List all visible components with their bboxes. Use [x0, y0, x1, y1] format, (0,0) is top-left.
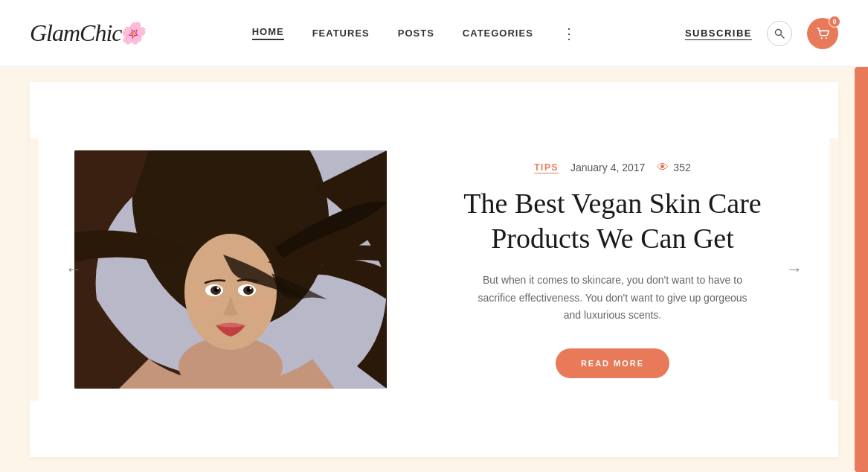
hero-meta: TIPS January 4, 2017 👁 352 — [534, 161, 690, 174]
next-slide-button[interactable]: → — [786, 260, 803, 279]
hero-portrait-svg — [74, 150, 387, 389]
cart-button[interactable]: 0 — [807, 18, 838, 49]
cart-icon — [816, 27, 829, 40]
site-logo[interactable]: GlamChic🌸 — [30, 19, 144, 47]
nav-more-icon[interactable]: ⋮ — [562, 25, 577, 42]
logo-text: Glam — [30, 19, 80, 47]
svg-line-1 — [781, 35, 784, 38]
hero-image-wrapper — [74, 150, 387, 389]
left-accent-bar — [30, 138, 39, 401]
subscribe-button[interactable]: SUBSCRIBE — [685, 28, 752, 39]
svg-point-3 — [826, 37, 827, 39]
hero-views: 👁 352 — [657, 161, 690, 174]
svg-point-15 — [217, 287, 219, 290]
cart-badge: 0 — [829, 16, 840, 28]
hero-card: ← — [30, 82, 838, 457]
svg-point-2 — [821, 37, 823, 39]
right-accent-bar — [855, 67, 868, 472]
svg-point-0 — [776, 29, 782, 35]
svg-point-17 — [191, 299, 213, 311]
prev-slide-button[interactable]: ← — [65, 260, 82, 279]
hero-date: January 4, 2017 — [570, 162, 645, 173]
hero-excerpt: But when it comes to skincare, you don't… — [472, 272, 754, 325]
nav-item-posts[interactable]: POSTS — [398, 28, 434, 39]
search-button[interactable] — [767, 21, 792, 46]
read-more-button[interactable]: READ MORE — [556, 348, 669, 378]
search-icon — [774, 28, 785, 39]
right-inner-accent-bar — [829, 138, 838, 401]
hero-view-count: 352 — [673, 162, 690, 173]
svg-point-16 — [250, 287, 252, 290]
logo-chic: Chic — [80, 19, 121, 47]
hero-title: The Best Vegan Skin Care Products We Can… — [449, 186, 777, 257]
site-header: GlamChic🌸 HOME FEATURES POSTS CATEGORIES… — [0, 0, 868, 67]
eye-icon: 👁 — [657, 161, 669, 174]
logo-flower-icon: 🌸 — [119, 21, 144, 45]
header-right: SUBSCRIBE 0 — [685, 18, 838, 49]
hero-image — [74, 150, 387, 389]
svg-rect-7 — [193, 359, 268, 389]
hero-section: ← — [0, 67, 868, 472]
svg-point-18 — [248, 299, 270, 311]
nav-item-home[interactable]: HOME — [252, 26, 284, 40]
main-nav: HOME FEATURES POSTS CATEGORIES ⋮ — [252, 25, 577, 42]
nav-item-categories[interactable]: CATEGORIES — [463, 28, 533, 39]
hero-tag[interactable]: TIPS — [534, 162, 559, 173]
nav-item-features[interactable]: FEATURES — [312, 28, 370, 39]
hero-content: TIPS January 4, 2017 👁 352 The Best Vega… — [387, 161, 794, 378]
